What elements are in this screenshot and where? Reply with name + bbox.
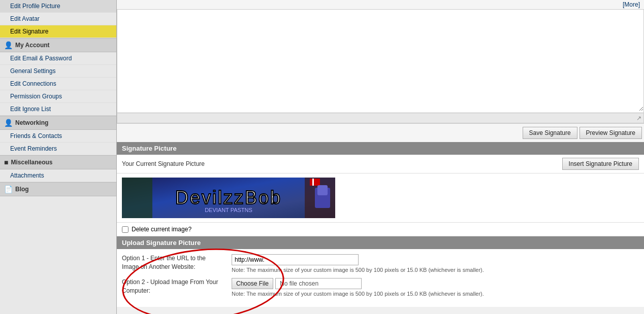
signature-picture-header-bar: Signature Picture <box>117 142 644 155</box>
upload-option-1-note: Note: The maximum size of your custom im… <box>232 267 639 273</box>
svg-rect-6 <box>317 185 328 195</box>
signature-textarea[interactable] <box>117 10 643 111</box>
sidebar-item-edit-profile-picture[interactable]: Edit Profile Picture <box>0 0 116 13</box>
sidebar-item-edit-email-password[interactable]: Edit Email & Password <box>0 52 116 65</box>
insert-signature-picture-button[interactable]: Insert Signature Picture <box>562 158 639 170</box>
choose-file-button[interactable]: Choose File <box>232 278 273 289</box>
sidebar-item-edit-ignore-list[interactable]: Edit Ignore List <box>0 103 116 116</box>
svg-rect-1 <box>122 178 152 218</box>
network-icon: 👤 <box>4 119 13 127</box>
signature-editor: ↗ <box>117 9 644 123</box>
resize-handle-icon: ↗ <box>636 115 641 122</box>
main-content: [More] ↗ Save Signature Preview Signatur… <box>117 0 644 314</box>
sidebar-item-edit-signature[interactable]: Edit Signature <box>0 25 116 38</box>
blog-icon: 📄 <box>4 185 13 193</box>
upload-option-1-label: Option 1 - Enter the URL to the Image on… <box>122 254 223 271</box>
sidebar-item-general-settings[interactable]: General Settings <box>0 65 116 78</box>
delete-image-label: Delete current image? <box>132 226 191 233</box>
upload-option-2-note: Note: The maximum size of your custom im… <box>232 291 639 297</box>
delete-image-checkbox[interactable] <box>122 226 128 233</box>
sidebar-item-permission-groups[interactable]: Permission Groups <box>0 90 116 103</box>
sidebar-section-my-account: 👤 My Account <box>0 38 116 52</box>
sidebar-section-blog: 📄 Blog <box>0 182 116 196</box>
signature-button-bar: Save Signature Preview Signature <box>117 123 644 142</box>
upload-option-2-row: Option 2 - Upload Image From Your Comput… <box>122 278 639 297</box>
upload-option-1-controls: Note: The maximum size of your custom im… <box>232 254 639 273</box>
sidebar-item-event-reminders[interactable]: Event Reminders <box>0 143 116 155</box>
sidebar-item-edit-avatar[interactable]: Edit Avatar <box>0 13 116 25</box>
signature-picture-heading: Signature Picture <box>122 145 177 152</box>
preview-signature-button[interactable]: Preview Signature <box>579 127 642 139</box>
file-name-display: No file chosen <box>275 278 362 289</box>
upload-option-2-label: Option 2 - Upload Image From Your Comput… <box>122 278 223 295</box>
svg-text:DevilzzBob: DevilzzBob <box>175 187 282 208</box>
svg-text:DEVIANT PASTNS: DEVIANT PASTNS <box>205 207 252 213</box>
svg-rect-3 <box>310 179 320 186</box>
upload-option-1-row: Option 1 - Enter the URL to the Image on… <box>122 254 639 273</box>
current-signature-row: Your Current Signature Picture Insert Si… <box>117 155 644 173</box>
signature-image-area: DevilzzBob DEVIANT PASTNS <box>117 173 644 223</box>
sidebar: Edit Profile Picture Edit Avatar Edit Si… <box>0 0 117 314</box>
svg-rect-4 <box>312 179 314 186</box>
sidebar-item-friends-contacts[interactable]: Friends & Contacts <box>0 130 116 143</box>
more-link-row: [More] <box>117 0 644 9</box>
upload-section-header: Upload Signature Picture <box>117 236 644 249</box>
more-link[interactable]: [More] <box>623 1 640 8</box>
current-signature-label: Your Current Signature Picture <box>122 160 205 167</box>
misc-icon: ■ <box>4 158 8 166</box>
sidebar-item-edit-connections[interactable]: Edit Connections <box>0 78 116 90</box>
url-input[interactable] <box>232 254 359 265</box>
sidebar-section-networking: 👤 Networking <box>0 116 116 130</box>
save-signature-button[interactable]: Save Signature <box>523 127 577 139</box>
file-input-area: Choose File No file chosen <box>232 278 639 289</box>
sidebar-item-attachments[interactable]: Attachments <box>0 169 116 182</box>
person-icon: 👤 <box>4 41 13 49</box>
signature-image: DevilzzBob DEVIANT PASTNS <box>122 178 335 218</box>
upload-option-2-controls: Choose File No file chosen Note: The max… <box>232 278 639 297</box>
upload-body: Option 1 - Enter the URL to the Image on… <box>117 249 644 307</box>
sidebar-section-miscellaneous: ■ Miscellaneous <box>0 155 116 169</box>
delete-row: Delete current image? <box>117 223 644 236</box>
